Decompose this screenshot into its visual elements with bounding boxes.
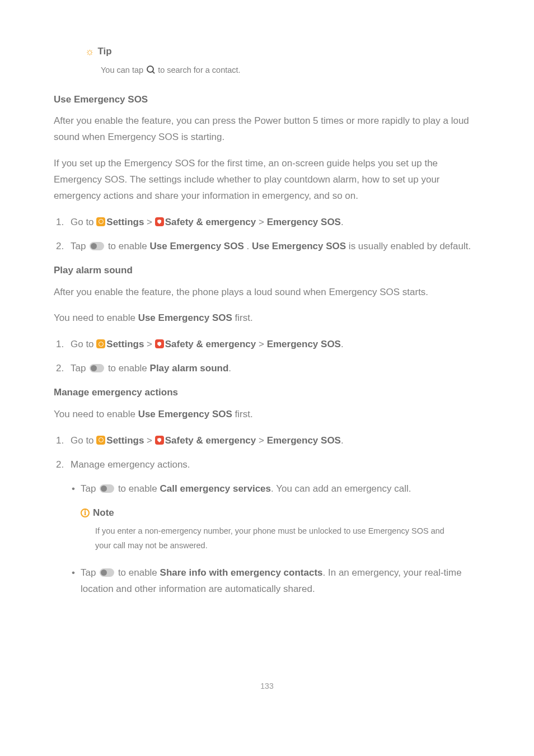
settings-icon — [96, 217, 105, 226]
tip-callout-body: You can tap to search for a contact. — [101, 63, 480, 77]
safety-shield-icon — [155, 339, 164, 348]
steps-play-alarm: Go to Settings > Safety & emergency > Em… — [54, 337, 480, 377]
tip-label: Tip — [98, 44, 112, 60]
nav-emergency-sos: Emergency SOS — [267, 217, 341, 227]
info-icon: i — [81, 508, 90, 517]
toggle-icon — [100, 568, 114, 577]
step-item: Manage emergency actions. Tap to enable … — [54, 457, 480, 598]
bullet-item: Tap to enable Call emergency services. Y… — [71, 481, 480, 553]
step-item: Go to Settings > Safety & emergency > Em… — [54, 337, 480, 353]
bullet-item: Tap to enable Share info with emergency … — [71, 565, 480, 598]
search-icon — [147, 66, 154, 73]
paragraph: You need to enable Use Emergency SOS fir… — [54, 407, 480, 423]
paragraph: If you set up the Emergency SOS for the … — [54, 156, 480, 204]
heading-play-alarm-sound: Play alarm sound — [54, 263, 480, 279]
step-item: Tap to enable Use Emergency SOS . Use Em… — [54, 239, 480, 255]
steps-manage-emergency: Go to Settings > Safety & emergency > Em… — [54, 433, 480, 598]
settings-icon — [96, 339, 105, 348]
page-number: 133 — [54, 680, 480, 693]
sub-bullets: Tap to enable Call emergency services. Y… — [71, 481, 480, 598]
page-content: { "callout": { "tip_label": "Tip", "tip_… — [54, 44, 480, 722]
safety-shield-icon — [155, 436, 164, 445]
paragraph: After you enable the feature, you can pr… — [54, 113, 480, 146]
heading-manage-emergency-actions: Manage emergency actions — [54, 385, 480, 401]
paragraph: After you enable the feature, the phone … — [54, 284, 480, 301]
note-callout-body: If you enter a non-emergency number, you… — [95, 524, 458, 553]
toggle-icon — [100, 484, 114, 493]
note-label: Note — [93, 505, 114, 521]
step-item: Tap to enable Play alarm sound. — [54, 361, 480, 377]
toggle-icon — [90, 242, 104, 250]
step-item: Go to Settings > Safety & emergency > Em… — [54, 214, 480, 231]
toggle-icon — [90, 364, 104, 372]
heading-use-emergency-sos: Use Emergency SOS — [54, 92, 480, 108]
note-callout-header: i Note — [81, 505, 480, 521]
tip-callout-header: ☼ Tip — [85, 44, 480, 60]
lightbulb-icon: ☼ — [85, 46, 95, 57]
step-item: Go to Settings > Safety & emergency > Em… — [54, 433, 480, 449]
steps-use-emergency-sos: Go to Settings > Safety & emergency > Em… — [54, 214, 480, 255]
paragraph: You need to enable Use Emergency SOS fir… — [54, 310, 480, 326]
nav-safety: Safety & emergency — [165, 217, 256, 227]
nav-settings: Settings — [106, 217, 144, 227]
safety-shield-icon — [155, 217, 164, 226]
settings-icon — [96, 436, 105, 445]
